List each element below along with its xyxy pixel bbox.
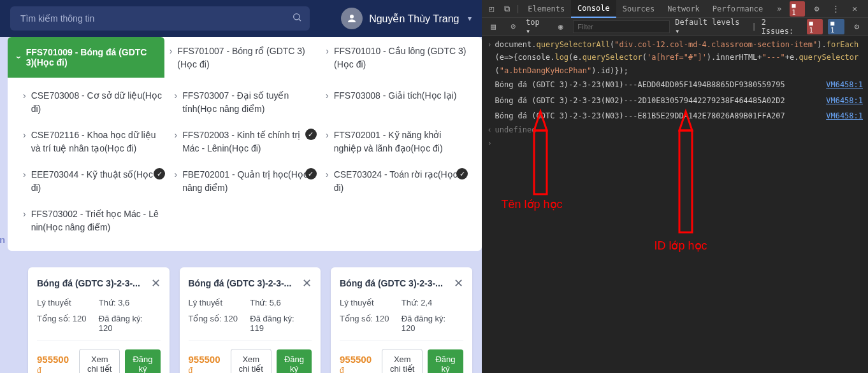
clear-console-icon[interactable]: ⊘ [506, 22, 521, 31]
chevron-right-icon: › [174, 130, 177, 140]
course-item[interactable]: ›FFS703007 - Đại số tuyến tính(Học nâng … [169, 83, 321, 122]
course-item[interactable]: ›CSE702116 - Khoa học dữ liệu và trí tuệ… [18, 122, 169, 162]
course-item[interactable]: ›CSE703024 - Toán rời rạc(Học đi)✓ [321, 162, 472, 201]
console-log-line: Bóng đá (GDTC 3)-2-3-23(N01)---AEDD04DD0… [487, 77, 863, 92]
chevron-down-icon: ▾ [468, 14, 472, 23]
sidebar-toggle-icon[interactable]: ▤ [486, 22, 500, 31]
log-source-link[interactable]: VM6458:1 [821, 109, 863, 122]
course-item[interactable]: ›FFS702003 - Kinh tế chính trị Mác - Lên… [169, 122, 321, 162]
error-badge[interactable]: ■ 1 [790, 1, 805, 17]
course-item[interactable]: ›EEE703044 - Kỹ thuật số(Học đi)✓ [18, 162, 169, 201]
app-left-pane: Nguyễn Thùy Trang ▾ › FFS701009 - Bóng đ… [0, 0, 482, 373]
class-card: Bóng đá (GDTC 3)-2-3-...✕Lý thuyếtThứ: 2… [331, 267, 472, 373]
devtools-tab-console[interactable]: Console [571, 0, 616, 18]
card-label: Tổng số: 120 [189, 314, 250, 333]
course-text: CSE702116 - Khoa học dữ liệu và trí tuệ … [31, 129, 164, 155]
annotation-label-2: ID lớp học [654, 239, 707, 253]
close-icon[interactable]: ✕ [454, 276, 463, 290]
console-filter[interactable] [573, 20, 670, 33]
course-item[interactable]: › FFS701010 - Cầu lông (GDTC 3)(Học đi) [321, 37, 477, 78]
view-detail-button[interactable]: Xem chi tiết [382, 349, 423, 373]
devtools-tab-sources[interactable]: Sources [616, 0, 662, 18]
console-code: document.querySelectorAll("div.col-12.co… [495, 38, 863, 77]
course-grid: ›CSE703008 - Cơ sở dữ liệu(Học đi)›FFS70… [8, 78, 482, 251]
chevron-right-icon: › [174, 169, 177, 179]
topbar: Nguyễn Thùy Trang ▾ [0, 0, 482, 37]
issues-error-badge: ■ 1 [807, 19, 823, 34]
course-item[interactable]: ›FFS703008 - Giải tích(Học lại) [321, 83, 472, 122]
search-input[interactable] [10, 6, 310, 31]
chevron-right-icon: › [170, 46, 173, 56]
devtools-tabs: ◰ ⧉ | ElementsConsoleSourcesNetworkPerfo… [482, 0, 868, 18]
card-currency: đ [189, 366, 193, 374]
devtools-tab-network[interactable]: Network [661, 0, 706, 18]
settings-icon[interactable]: ⚙ [850, 22, 864, 31]
log-text: Bóng đá (GDTC 3)-2-3-23(N01)---AEDD04DD0… [487, 78, 785, 91]
course-panel: › FFS701009 - Bóng đá (GDTC 3)(Học đi) ›… [8, 37, 482, 251]
prompt-icon: › [487, 137, 495, 150]
avatar [341, 8, 363, 29]
issues-label[interactable]: 2 Issues: [762, 18, 802, 36]
card-value: Thứ: 5,6 [250, 298, 312, 307]
prompt-icon: › [487, 38, 495, 77]
register-button[interactable]: Đăng ký [428, 349, 463, 373]
chevron-right-icon: › [23, 130, 26, 140]
chevron-right-icon: › [14, 56, 24, 59]
course-text: FFS701010 - Cầu lông (GDTC 3)(Học đi) [334, 45, 472, 71]
chevron-right-icon: › [23, 90, 26, 101]
chevron-right-icon: › [326, 130, 329, 140]
settings-icon[interactable]: ⚙ [810, 4, 824, 13]
register-button[interactable]: Đăng ký [277, 349, 312, 373]
register-button[interactable]: Đăng ký [125, 349, 160, 373]
course-text: FFS703002 - Triết học Mác - Lê nin(Học n… [31, 208, 164, 234]
annotation-label-1: Tên lớp học [501, 197, 562, 211]
card-label: Lý thuyết [340, 298, 401, 307]
inspect-icon[interactable]: ◰ [484, 4, 498, 13]
view-detail-button[interactable]: Xem chi tiết [79, 349, 120, 373]
course-text: FBE702001 - Quản trị học(Học nâng điểm) [182, 168, 315, 195]
card-price: 955500 [37, 354, 69, 365]
more-icon[interactable]: ⋮ [829, 4, 843, 13]
close-icon[interactable]: ✕ [151, 276, 161, 290]
section-label-partial: ần [0, 234, 5, 246]
card-title: Bóng đá (GDTC 3)-2-3-... [37, 278, 140, 288]
class-card: Bóng đá (GDTC 3)-2-3-...✕Lý thuyếtThứ: 5… [180, 267, 321, 373]
card-currency: đ [37, 366, 41, 374]
device-toggle-icon[interactable]: ⧉ [500, 4, 514, 14]
eye-icon[interactable]: ◉ [553, 22, 568, 31]
card-title: Bóng đá (GDTC 3)-2-3-... [340, 278, 443, 288]
svg-point-0 [294, 14, 300, 20]
log-levels[interactable]: Default levels ▾ [675, 18, 746, 36]
card-label: Tổng số: 120 [37, 314, 99, 333]
card-value: Đã đăng ký:120 [99, 314, 161, 333]
course-text: CSE703008 - Cơ sở dữ liệu(Học đi) [31, 89, 164, 116]
course-item[interactable]: › FFS701007 - Bóng rổ (GDTC 3)(Học đi) [164, 37, 321, 78]
card-title: Bóng đá (GDTC 3)-2-3-... [189, 278, 292, 288]
close-icon[interactable]: ✕ [848, 4, 862, 13]
card-value: Đã đăng ký:119 [250, 314, 312, 333]
view-detail-button[interactable]: Xem chi tiết [231, 349, 271, 373]
course-item[interactable]: ›FBE702001 - Quản trị học(Học nâng điểm)… [169, 162, 321, 201]
issues-info-badge: ■ 1 [828, 19, 844, 34]
log-text: Bóng đá (GDTC 3)-2-3-23(N02)---2D10E8305… [487, 94, 785, 107]
chevron-right-icon: › [23, 209, 26, 219]
check-icon: ✓ [305, 129, 317, 140]
devtools-tab-elements[interactable]: Elements [521, 0, 571, 18]
tabs-more[interactable]: » [770, 0, 788, 18]
course-item[interactable]: ›FTS702001 - Kỹ năng khởi nghiệp và lãnh… [321, 122, 472, 162]
context-selector[interactable]: top ▾ [526, 18, 548, 36]
course-item[interactable]: ›FFS703002 - Triết học Mác - Lê nin(Học … [18, 201, 169, 241]
search-wrap [10, 6, 310, 31]
user-menu[interactable]: Nguyễn Thùy Trang ▾ [341, 8, 472, 29]
svg-point-2 [350, 15, 354, 18]
active-course-header[interactable]: › FFS701009 - Bóng đá (GDTC 3)(Học đi) [8, 37, 164, 78]
chevron-right-icon: › [326, 46, 329, 56]
course-item[interactable]: ›CSE703008 - Cơ sở dữ liệu(Học đi) [18, 83, 169, 122]
close-icon[interactable]: ✕ [302, 276, 312, 290]
log-source-link[interactable]: VM6458:1 [821, 78, 863, 91]
devtools-tab-performance[interactable]: Performance [706, 0, 769, 18]
card-currency: đ [340, 366, 344, 374]
log-source-link[interactable]: VM6458:1 [821, 94, 863, 107]
cards-row: Bóng đá (GDTC 3)-2-3-...✕Lý thuyếtThứ: 3… [0, 257, 482, 373]
search-icon[interactable] [292, 12, 302, 25]
